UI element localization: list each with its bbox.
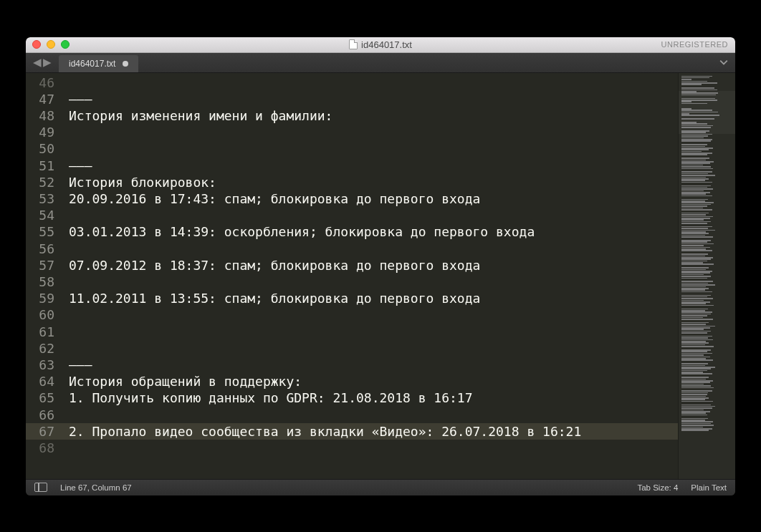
line-text[interactable]: История изменения имени и фамилии: [69,107,678,124]
line-text[interactable] [69,306,678,323]
line-text[interactable] [69,340,678,357]
line-number: 56 [26,241,69,257]
code-row[interactable]: 48История изменения имени и фамилии: [26,107,678,124]
line-text[interactable]: 11.02.2011 в 13:55: спам; блокировка до … [69,290,678,306]
line-text[interactable]: ——— [69,158,678,174]
panel-toggle-icon[interactable] [34,483,47,492]
minimap-viewport[interactable] [679,91,735,134]
code-row[interactable]: 50 [26,140,678,157]
status-bar: Line 67, Column 67 Tab Size: 4 Plain Tex… [26,479,735,495]
line-number: 58 [26,274,69,290]
code-lines[interactable]: 4647———48История изменения имени и фамил… [26,73,678,479]
code-row[interactable]: 62 [26,340,678,357]
tab-dropdown-button[interactable] [719,53,728,72]
titlebar: id464017.txt UNREGISTERED [26,37,735,53]
line-number: 64 [26,373,69,390]
syntax-selector[interactable]: Plain Text [691,483,727,492]
traffic-lights [32,40,70,49]
tab-dirty-indicator-icon [123,61,128,67]
nav-forward-icon[interactable]: ▶ [43,56,52,69]
code-row[interactable]: 49 [26,124,678,140]
line-text[interactable] [69,324,678,340]
line-number: 46 [26,74,69,91]
line-number: 57 [26,257,69,274]
code-row[interactable]: 63——— [26,357,678,373]
line-text[interactable] [69,241,678,257]
tab-size-selector[interactable]: Tab Size: 4 [637,483,678,492]
editor-area: 4647———48История изменения имени и фамил… [26,73,735,479]
code-row[interactable]: 46 [26,74,678,91]
window-title-text: id464017.txt [361,39,412,50]
code-row[interactable]: 5503.01.2013 в 14:39: оскорбления; блоки… [26,223,678,240]
code-row[interactable]: 64История обращений в поддержку: [26,373,678,390]
line-text[interactable] [69,207,678,223]
line-number: 55 [26,223,69,240]
line-number: 66 [26,407,69,423]
line-number: 65 [26,390,69,406]
line-number: 49 [26,124,69,140]
tab-label: id464017.txt [69,59,115,69]
window-title: id464017.txt [26,39,735,50]
unregistered-label: UNREGISTERED [661,40,728,49]
line-text[interactable] [69,407,678,423]
line-text[interactable] [69,140,678,157]
line-number: 47 [26,91,69,107]
line-number: 51 [26,158,69,174]
code-row[interactable]: 672. Пропало видео сообщества из вкладки… [26,423,678,440]
document-icon [349,39,358,49]
line-number: 68 [26,440,69,456]
line-number: 53 [26,190,69,207]
line-text[interactable]: 03.01.2013 в 14:39: оскорбления; блокиро… [69,223,678,240]
tab-active[interactable]: id464017.txt [59,55,138,72]
cursor-position[interactable]: Line 67, Column 67 [60,483,132,492]
line-number: 60 [26,306,69,323]
chevron-down-icon [719,58,728,67]
nav-arrows: ◀ ▶ [26,53,59,72]
minimize-window-button[interactable] [47,40,55,49]
line-number: 48 [26,107,69,124]
code-row[interactable]: 47——— [26,91,678,107]
tab-bar: ◀ ▶ id464017.txt [26,53,735,73]
close-window-button[interactable] [32,40,41,49]
minimap[interactable] [678,73,735,479]
code-row[interactable]: 5911.02.2011 в 13:55: спам; блокировка д… [26,290,678,306]
editor-window: id464017.txt UNREGISTERED ◀ ▶ id464017.t… [26,37,735,495]
line-text[interactable]: 20.09.2016 в 17:43: спам; блокировка до … [69,190,678,207]
line-text[interactable]: 2. Пропало видео сообщества из вкладки «… [69,423,678,440]
line-text[interactable] [69,124,678,140]
code-row[interactable]: 54 [26,207,678,223]
line-text[interactable]: 1. Получить копию данных по GDPR: 21.08.… [69,390,678,406]
nav-back-icon[interactable]: ◀ [33,56,42,69]
line-text[interactable]: История обращений в поддержку: [69,373,678,390]
code-row[interactable]: 61 [26,324,678,340]
line-text[interactable]: 07.09.2012 в 18:37: спам; блокировка до … [69,257,678,274]
code-row[interactable]: 51——— [26,158,678,174]
line-text[interactable]: ——— [69,357,678,373]
line-number: 50 [26,140,69,157]
line-number: 59 [26,290,69,306]
line-number: 63 [26,357,69,373]
code-row[interactable]: 5320.09.2016 в 17:43: спам; блокировка д… [26,190,678,207]
code-row[interactable]: 66 [26,407,678,423]
line-text[interactable]: История блокировок: [69,174,678,190]
maximize-window-button[interactable] [61,40,70,49]
line-text[interactable]: ——— [69,91,678,107]
line-text[interactable] [69,74,678,91]
code-row[interactable]: 56 [26,241,678,257]
code-row[interactable]: 651. Получить копию данных по GDPR: 21.0… [26,390,678,406]
line-text[interactable] [69,440,678,456]
line-number: 54 [26,207,69,223]
line-number: 52 [26,174,69,190]
code-row[interactable]: 58 [26,274,678,290]
code-row[interactable]: 52История блокировок: [26,174,678,190]
code-row[interactable]: 60 [26,306,678,323]
line-number: 67 [26,423,69,440]
line-text[interactable] [69,274,678,290]
line-number: 62 [26,340,69,357]
code-row[interactable]: 68 [26,440,678,456]
line-number: 61 [26,324,69,340]
code-row[interactable]: 5707.09.2012 в 18:37: спам; блокировка д… [26,257,678,274]
